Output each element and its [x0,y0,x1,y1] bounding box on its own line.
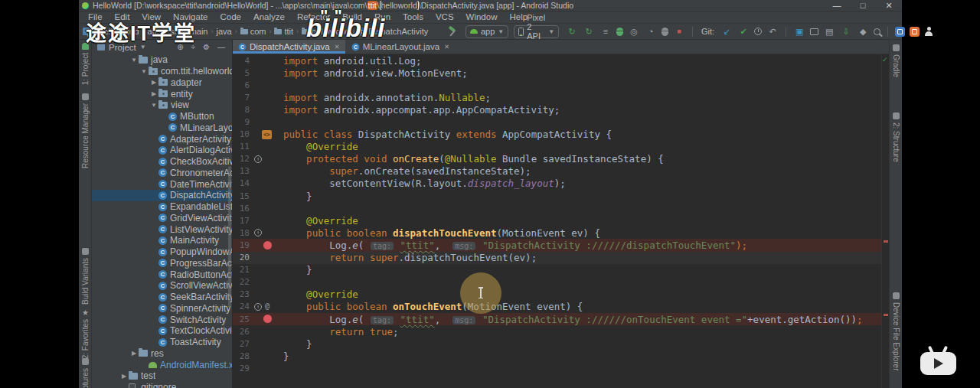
tool-window-button-build-variants[interactable]: Build Variants [79,248,92,305]
tree-item-res[interactable]: ▶res [92,348,232,360]
chevron-down-icon[interactable]: ▼ [149,102,158,109]
code-line-20[interactable]: 20 return super.dispatchTouchEvent(ev); [233,252,889,264]
chevron-right-icon[interactable]: ▶ [119,373,129,380]
tree-item--gitignore[interactable]: .gitignore [92,382,232,388]
minimize-button[interactable]: — [824,0,850,11]
apply-changes-icon[interactable]: ↻ [583,25,595,37]
tree-item-spinneractivity[interactable]: SpinnerActivity [92,303,232,315]
code-line-22[interactable]: 22 [233,276,889,289]
code-line-6[interactable]: 6 [233,79,889,91]
code-line-18[interactable]: 18 public boolean dispatchTouchEvent(Mot… [233,227,889,239]
tree-item-adapteractivity[interactable]: AdapterActivity [92,133,232,145]
user-profile-icon[interactable] [924,27,933,36]
editor-scrollbar[interactable]: ✓ [881,54,889,388]
chevron-right-icon[interactable]: ▶ [129,350,139,357]
menu-code[interactable]: Code [214,11,247,23]
code-line-9[interactable]: 9 [233,116,889,128]
recorder-orange-icon[interactable] [910,27,920,37]
tool-window-button-2-favorites[interactable]: ★2: Favorites [79,309,92,359]
tool-window-button-device-file-explorer[interactable]: Device File Explorer [890,292,903,370]
code-line-8[interactable]: 8import androidx.appcompat.app.AppCompat… [233,103,889,116]
code-line-7[interactable]: 7import androidx.annotation.Nullable; [233,91,889,103]
tree-item-datetimeactivity[interactable]: DateTimeActivity [92,178,232,190]
chevron-down-icon[interactable]: ▼ [139,68,149,75]
breadcrumb-item-java[interactable]: java [216,27,231,36]
tree-item-scrollviewactivity[interactable]: ScrollViewActivity [92,280,232,292]
tree-item-entity[interactable]: ▶entity [92,88,232,99]
rerun-icon[interactable]: ↻ [566,25,578,37]
error-stripe-mark[interactable] [884,240,888,243]
maximize-button[interactable]: □ [850,0,876,11]
code-line-24[interactable]: 24@ public boolean onTouchEvent(MotionEv… [233,301,889,313]
code-line-23[interactable]: 23 @Override [233,289,889,301]
tool-window-button-captures[interactable]: Captures [79,358,92,388]
attach-profiler-icon[interactable]: ◎ [628,25,640,37]
tree-item-test[interactable]: ▶test [92,370,232,382]
tree-item-dispatchactivity[interactable]: DispatchActivity [92,190,232,201]
code-line-14[interactable]: 14 setContentView(R.layout.dispatch_layo… [233,178,889,190]
code-line-17[interactable]: 17 @Override [233,214,889,227]
commit-icon[interactable]: ✔ [737,25,750,37]
search-everywhere-icon[interactable] [874,28,880,35]
inspections-ok-icon[interactable]: ✓ [882,56,888,64]
debug-attach-icon[interactable] [662,28,668,36]
code-line-27[interactable]: 27 } [233,337,889,350]
tool-window-button-2-structure[interactable]: 2: Structure [890,112,903,162]
project-tree-scrollbar[interactable] [228,166,231,308]
overrides-method-icon[interactable] [254,303,262,311]
menu-window[interactable]: Window [460,11,504,23]
tree-item-progressbaractivity[interactable]: ProgressBarActivity [92,258,232,269]
tool-window-button-resource-manager[interactable]: Resource Manager [79,93,92,168]
tree-item-switchactivity[interactable]: SwitchActivity [92,314,232,325]
tree-item-gridviewactivity[interactable]: GridViewActivity [92,213,232,224]
code-line-13[interactable]: 13 super.onCreate(savedInstanceState); [233,165,889,178]
tree-item-chronometeracitvity[interactable]: ChronometerAcitvity [92,168,232,179]
logcat-icon[interactable] [810,28,818,35]
code-line-15[interactable]: 15 } [233,190,889,202]
sync-icon[interactable]: ▣ [793,25,805,37]
code-line-11[interactable]: 11 @Override [233,141,889,153]
close-icon[interactable]: ✕ [444,43,449,51]
menu-analyze[interactable]: Analyze [247,11,291,23]
chevron-right-icon[interactable]: ▶ [149,79,158,86]
breakpoint-icon[interactable] [263,315,272,323]
update-project-icon[interactable]: ↙ [720,25,733,37]
code-line-12[interactable]: 12 protected void onCreate(@Nullable Bun… [233,153,889,165]
run-with-coverage-icon[interactable]: ≡ [599,25,612,37]
tool-window-button-1-project[interactable]: 1: Project [79,43,92,85]
code-line-19[interactable]: 19 Log.e( tag: "ttit", msg: "DispatchAct… [233,239,889,251]
tree-item-radiobuttonactivity[interactable]: RadioButtonActivity [92,269,232,280]
breadcrumb-item-ttit[interactable]: ttit [274,27,293,36]
code-line-26[interactable]: 26 return true; [233,325,889,337]
code-line-28[interactable]: 28} [233,350,889,362]
tree-item-checkboxacitivity[interactable]: CheckBoxAcitivity [92,156,232,168]
tree-item-view[interactable]: ▼view [92,99,232,111]
menu-vcs[interactable]: VCS [430,11,460,23]
menu-tools[interactable]: Tools [397,11,430,23]
tree-item-mainactivity[interactable]: MainActivity [92,235,232,246]
tree-item-listviewactivity[interactable]: ListViewActivity [92,223,232,235]
structure-icon[interactable]: ◆ [857,25,869,37]
tree-item-com-ttit-helloworld[interactable]: ▼com.ttit.helloworld [92,66,232,77]
run-config-dropdown[interactable]: app ▼ [466,25,508,38]
tree-item-java[interactable]: ▼java [92,54,232,66]
tree-item-seekbaractivity[interactable]: SeekBarActivity [92,292,232,303]
breakpoint-icon[interactable] [263,241,272,249]
android-component-icon[interactable] [262,130,272,139]
profile-icon[interactable]: ◔ [645,25,657,37]
tree-item-mbutton[interactable]: MButton [92,111,232,122]
tree-item-alertdialogactivity[interactable]: AlertDialogActivity [92,145,232,156]
tree-item-toastactivity[interactable]: ToastActivity [92,337,232,348]
tree-item-adapter[interactable]: ▶adapter [92,77,232,89]
code-line-5[interactable]: 5import android.view.MotionEvent; [233,67,889,79]
device-dropdown[interactable]: Pixel 2 API 28 ▼ [514,25,559,38]
build-hammer-icon[interactable] [447,26,458,37]
overrides-method-icon[interactable] [254,229,262,236]
close-button[interactable]: ✕ [876,0,902,11]
overrides-method-icon[interactable] [254,155,262,163]
code-line-21[interactable]: 21 } [233,264,889,276]
error-stripe-mark[interactable] [884,314,888,316]
close-icon[interactable]: ✕ [335,43,340,51]
tool-window-button-gradle[interactable]: Gradle [890,44,903,77]
history-icon[interactable] [754,28,762,35]
